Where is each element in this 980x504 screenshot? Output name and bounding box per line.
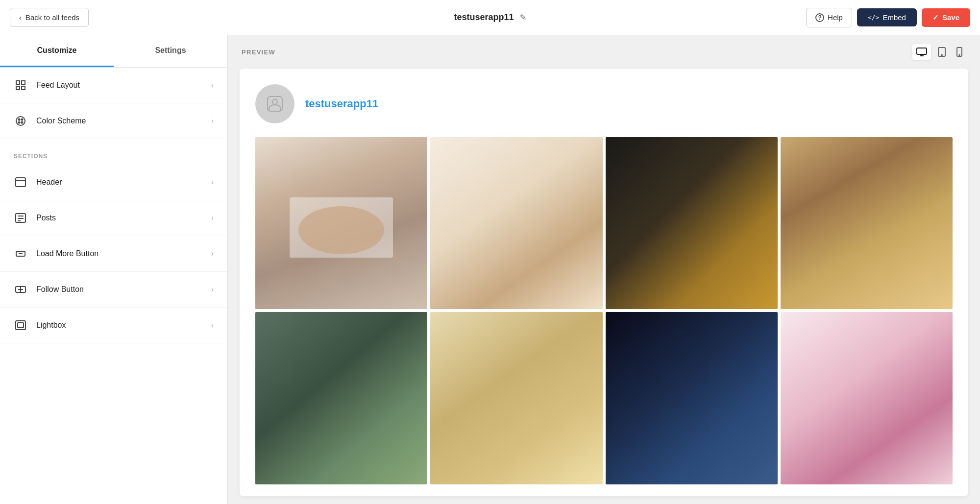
mobile-toggle[interactable] [953, 44, 966, 60]
feed-avatar [255, 84, 294, 123]
feed-layout-label: Feed Layout [36, 81, 80, 90]
feed-preview: testuserapp11 [240, 69, 968, 496]
chevron-right-icon: › [211, 117, 214, 125]
tab-settings[interactable]: Settings [114, 35, 227, 67]
lightbox-label: Lightbox [36, 321, 66, 330]
sidebar-item-color-scheme[interactable]: Color Scheme › [0, 103, 227, 139]
sidebar-item-feed-layout-left: Feed Layout [14, 78, 80, 92]
embed-button[interactable]: </> Embed [857, 8, 917, 26]
svg-point-4 [16, 117, 25, 125]
photo-cell-5[interactable] [255, 312, 427, 484]
grid-icon [14, 78, 27, 92]
back-arrow-icon: ‹ [19, 13, 22, 22]
svg-point-5 [19, 119, 20, 120]
svg-point-7 [19, 122, 20, 123]
help-label: Help [828, 13, 843, 22]
title-area: testuserapp11 ✎ [454, 12, 526, 23]
photo-cell-4[interactable] [781, 137, 953, 309]
top-right-actions: ? Help </> Embed ✓ Save [806, 8, 970, 27]
load-more-icon [14, 247, 27, 261]
photo-cell-2[interactable] [430, 137, 602, 309]
preview-area: PREVIEW [228, 35, 980, 504]
device-toggles [912, 44, 966, 60]
posts-icon [14, 211, 27, 225]
lightbox-icon [14, 318, 27, 332]
help-circle-icon: ? [815, 13, 824, 22]
svg-rect-22 [917, 48, 927, 54]
follow-button-label: Follow Button [36, 285, 84, 294]
sidebar-item-feed-layout[interactable]: Feed Layout › [0, 68, 227, 103]
save-button[interactable]: ✓ Save [922, 8, 970, 27]
check-icon: ✓ [932, 13, 939, 22]
preview-toolbar: PREVIEW [228, 35, 980, 69]
sidebar-item-load-more[interactable]: Load More Button › [0, 236, 227, 272]
sidebar: Customize Settings Feed Layout › [0, 35, 228, 504]
svg-point-30 [272, 99, 277, 104]
chevron-right-icon: › [211, 321, 214, 330]
back-button[interactable]: ‹ Back to all feeds [10, 8, 89, 27]
svg-point-28 [959, 55, 960, 56]
sidebar-item-color-scheme-left: Color Scheme [14, 114, 86, 128]
sidebar-item-follow-button[interactable]: Follow Button › [0, 272, 227, 308]
sidebar-item-posts[interactable]: Posts › [0, 200, 227, 236]
photo-cell-1[interactable] [255, 137, 427, 309]
photo-cell-7[interactable] [606, 312, 778, 484]
sidebar-item-lightbox-left: Lightbox [14, 318, 66, 332]
follow-icon [14, 283, 27, 296]
load-more-label: Load More Button [36, 249, 98, 258]
chevron-right-icon: › [211, 81, 214, 90]
chevron-right-icon: › [211, 178, 214, 187]
feed-username: testuserapp11 [305, 97, 378, 110]
help-button[interactable]: ? Help [806, 8, 852, 27]
main-layout: Customize Settings Feed Layout › [0, 35, 980, 504]
svg-rect-1 [22, 81, 25, 84]
sections-label: SECTIONS [0, 139, 227, 165]
color-scheme-label: Color Scheme [36, 117, 86, 125]
svg-point-8 [22, 122, 23, 123]
sidebar-item-header[interactable]: Header › [0, 165, 227, 200]
sidebar-item-posts-left: Posts [14, 211, 56, 225]
top-bar: ‹ Back to all feeds testuserapp11 ✎ ? He… [0, 0, 980, 35]
feed-title: testuserapp11 [454, 12, 514, 23]
photo-cell-6[interactable] [430, 312, 602, 484]
sidebar-item-header-left: Header [14, 175, 62, 189]
feed-header: testuserapp11 [255, 84, 953, 123]
palette-icon [14, 114, 27, 128]
preview-label: PREVIEW [242, 48, 275, 56]
chevron-right-icon: › [211, 249, 214, 258]
photo-grid [255, 137, 953, 484]
tab-customize[interactable]: Customize [0, 35, 114, 67]
sidebar-item-load-more-left: Load More Button [14, 247, 98, 261]
svg-rect-21 [18, 323, 24, 328]
sidebar-item-lightbox[interactable]: Lightbox › [0, 308, 227, 343]
svg-rect-9 [16, 178, 25, 187]
embed-label: Embed [882, 13, 906, 22]
svg-point-26 [941, 55, 942, 56]
svg-point-6 [22, 119, 23, 120]
save-label: Save [942, 13, 959, 22]
sidebar-item-follow-left: Follow Button [14, 283, 84, 296]
svg-rect-3 [22, 86, 25, 90]
edit-icon[interactable]: ✎ [520, 13, 526, 22]
desktop-toggle[interactable] [912, 44, 931, 60]
posts-label: Posts [36, 214, 56, 222]
photo-cell-3[interactable] [606, 137, 778, 309]
photo-cell-8[interactable] [781, 312, 953, 484]
header-icon [14, 175, 27, 189]
chevron-right-icon: › [211, 214, 214, 222]
header-label: Header [36, 178, 62, 187]
svg-rect-0 [16, 81, 20, 84]
tablet-toggle[interactable] [934, 44, 950, 60]
svg-rect-2 [16, 86, 20, 90]
back-label: Back to all feeds [25, 13, 79, 22]
sidebar-tabs: Customize Settings [0, 35, 227, 68]
chevron-right-icon: › [211, 285, 214, 294]
code-icon: </> [868, 14, 879, 21]
